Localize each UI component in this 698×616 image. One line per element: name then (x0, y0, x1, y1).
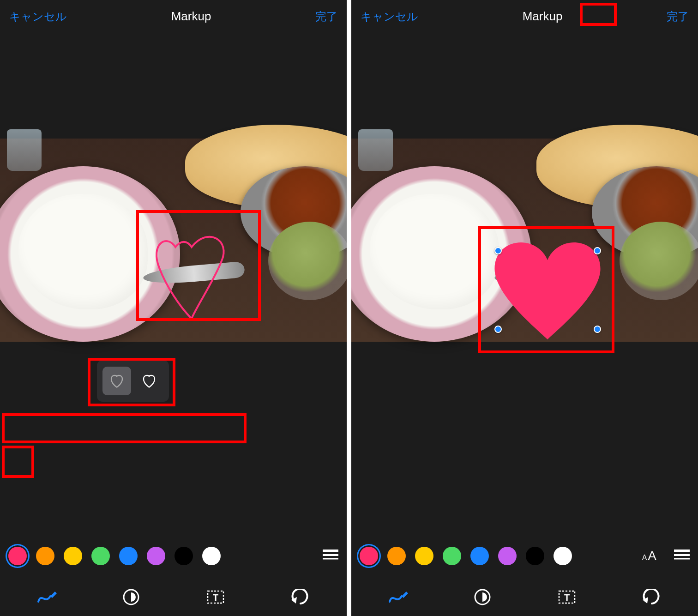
stroke-menu-button[interactable] (323, 549, 338, 563)
selection-handle-bl[interactable] (494, 326, 502, 333)
shape-option-sketch[interactable] (102, 367, 131, 395)
text-icon: T (558, 589, 576, 605)
tool-bar: T (351, 578, 698, 616)
done-button[interactable]: 完了 (667, 9, 689, 24)
color-yellow[interactable] (415, 547, 433, 565)
draw-tool[interactable] (386, 586, 409, 609)
color-blue[interactable] (119, 547, 138, 565)
tool-bar: T (0, 578, 347, 616)
color-green[interactable] (91, 547, 110, 565)
color-black[interactable] (526, 547, 544, 565)
svg-rect-1 (323, 554, 338, 556)
menu-icon (674, 549, 690, 562)
selection-handle-tl[interactable] (494, 247, 502, 254)
svg-rect-6 (674, 550, 690, 552)
food-rice (18, 194, 148, 309)
menu-icon (323, 549, 338, 562)
page-title: Markup (171, 9, 211, 24)
color-green[interactable] (443, 547, 461, 565)
shape-option-clean[interactable] (135, 367, 163, 395)
color-palette (0, 542, 347, 570)
color-palette: A A (351, 542, 698, 570)
magnify-tool[interactable] (471, 586, 494, 609)
draw-icon (36, 588, 57, 606)
screen-left: キャンセル Markup 完了 (0, 0, 347, 616)
magnify-tool[interactable] (120, 586, 143, 609)
color-yellow[interactable] (64, 547, 82, 565)
selection-handle-br[interactable] (594, 326, 601, 333)
svg-text:T: T (213, 592, 218, 603)
drawn-heart-outline[interactable] (148, 226, 240, 323)
undo-button[interactable] (640, 586, 663, 609)
photo (0, 139, 347, 342)
canvas[interactable] (351, 33, 698, 616)
food-glass (7, 129, 42, 171)
svg-rect-8 (674, 558, 690, 560)
heart-icon (141, 373, 157, 389)
color-white[interactable] (554, 547, 572, 565)
undo-button[interactable] (289, 586, 312, 609)
draw-tool[interactable] (35, 586, 58, 609)
color-orange[interactable] (36, 547, 54, 565)
done-button[interactable]: 完了 (315, 9, 337, 24)
cancel-button[interactable]: キャンセル (9, 9, 67, 24)
magnify-icon (473, 588, 492, 606)
header-bar: キャンセル Markup 完了 (0, 0, 347, 33)
color-pink[interactable] (360, 547, 378, 565)
page-title: Markup (523, 9, 563, 24)
food-glass (358, 129, 393, 171)
svg-rect-2 (323, 558, 338, 560)
photo (351, 139, 698, 342)
magnify-icon (122, 588, 140, 606)
heart-shape[interactable] (494, 242, 601, 339)
cancel-button[interactable]: キャンセル (361, 9, 418, 24)
text-size-button[interactable]: A A (642, 549, 656, 563)
shape-suggestion-popover (97, 360, 169, 402)
selection-handle-tr[interactable] (594, 247, 601, 254)
text-icon: T (206, 589, 225, 605)
color-purple[interactable] (498, 547, 517, 565)
food-salad (268, 222, 347, 300)
text-tool[interactable]: T (204, 586, 227, 609)
draw-icon (388, 588, 408, 606)
color-pink[interactable] (8, 547, 27, 565)
header-bar: キャンセル Markup 完了 (351, 0, 698, 33)
food-salad (620, 222, 698, 300)
food-rice (370, 194, 499, 309)
svg-text:T: T (564, 592, 570, 603)
color-white[interactable] (202, 547, 221, 565)
screen-right: キャンセル Markup 完了 (351, 0, 698, 616)
undo-icon (290, 589, 310, 605)
text-size-large: A (648, 549, 656, 563)
stroke-menu-button[interactable] (674, 549, 690, 563)
text-tool[interactable]: T (555, 586, 578, 609)
svg-rect-7 (674, 554, 690, 556)
undo-icon (642, 589, 661, 605)
color-blue[interactable] (470, 547, 489, 565)
text-size-small: A (642, 554, 647, 562)
color-black[interactable] (174, 547, 193, 565)
color-purple[interactable] (147, 547, 165, 565)
svg-rect-0 (323, 550, 338, 552)
color-orange[interactable] (387, 547, 406, 565)
canvas[interactable] (0, 33, 347, 616)
heart-icon (108, 373, 125, 389)
